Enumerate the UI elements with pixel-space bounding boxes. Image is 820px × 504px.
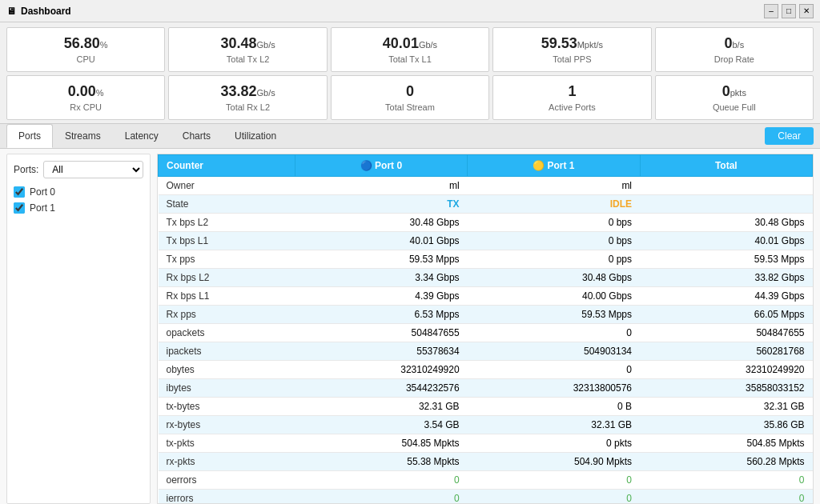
- app-icon: 🖥: [6, 6, 16, 17]
- counter-cell: rx-pkts: [159, 453, 295, 471]
- port0-cell: 55.38 Mpkts: [295, 453, 467, 471]
- metric-label: Total Stream: [385, 102, 435, 112]
- total-cell: 504.85 Mpkts: [640, 434, 812, 453]
- metric-card: 30.48Gb/s Total Tx L2: [168, 27, 327, 72]
- col-header-3: Total: [640, 155, 812, 177]
- metric-value: 0pkts: [722, 83, 746, 101]
- total-cell: 32.31 GB: [640, 398, 812, 416]
- counter-cell: Rx pps: [159, 306, 295, 324]
- metric-label: Drop Rate: [714, 54, 754, 64]
- tab-streams[interactable]: Streams: [53, 124, 113, 148]
- minimize-button[interactable]: –: [764, 4, 778, 18]
- port0-cell: 32.31 GB: [295, 398, 467, 416]
- table-row: opackets5048476550504847655: [159, 324, 813, 342]
- port1-cell: 0: [468, 471, 640, 490]
- clear-button[interactable]: Clear: [765, 127, 814, 145]
- table-row: obytes32310249920032310249920: [159, 361, 813, 379]
- metric-card: 1 Active Ports: [492, 75, 651, 120]
- counter-cell: oerrors: [159, 471, 295, 490]
- table-row: tx-pkts504.85 Mpkts0 pkts504.85 Mpkts: [159, 434, 813, 453]
- tab-ports[interactable]: Ports: [6, 124, 53, 148]
- total-cell: 66.05 Mpps: [640, 306, 812, 324]
- metric-label: Total Tx L2: [227, 54, 270, 64]
- port0-cell: 30.48 Gbps: [295, 214, 467, 232]
- ports-label: Ports:: [14, 164, 38, 175]
- total-cell: [640, 177, 812, 195]
- metric-value: 33.82Gb/s: [220, 83, 275, 101]
- port0-cell: TX: [295, 195, 467, 214]
- restore-button[interactable]: □: [782, 4, 796, 18]
- table-row: rx-pkts55.38 Mpkts504.90 Mpkts560.28 Mpk…: [159, 453, 813, 471]
- metric-value: 1: [568, 83, 576, 101]
- port0-cell: 3.54 GB: [295, 416, 467, 434]
- port-item-port0: Port 0: [14, 186, 143, 198]
- metric-card: 0pkts Queue Full: [655, 75, 814, 120]
- port0-cell: 0: [295, 471, 467, 490]
- counter-cell: obytes: [159, 361, 295, 379]
- counter-cell: rx-bytes: [159, 416, 295, 434]
- table-row: ipackets55378634504903134560281768: [159, 342, 813, 361]
- table-row: ierrors000: [159, 490, 813, 505]
- port1-cell: 0 bps: [468, 232, 640, 250]
- counter-cell: ibytes: [159, 379, 295, 398]
- metric-value: 30.48Gb/s: [220, 35, 275, 53]
- port1-cell: 0 bps: [468, 214, 640, 232]
- col-header-0: Counter: [159, 155, 295, 177]
- metric-card: 0 Total Stream: [331, 75, 489, 120]
- total-cell: 59.53 Mpps: [640, 250, 812, 269]
- metric-value: 0: [406, 83, 414, 101]
- port1-cell: ml: [468, 177, 640, 195]
- port1-cell: 32.31 GB: [468, 416, 640, 434]
- tabs-bar: PortsStreamsLatencyChartsUtilization Cle…: [0, 123, 820, 149]
- data-table-container: Counter🔵 Port 0🟡 Port 1Total OwnermlmlSt…: [157, 154, 814, 504]
- port-label-port1: Port 1: [30, 202, 55, 214]
- metric-value: 0.00%: [68, 83, 104, 101]
- col-header-2: 🟡 Port 1: [468, 155, 640, 177]
- total-cell: 30.48 Gbps: [640, 214, 812, 232]
- port-checkbox-port1[interactable]: [14, 202, 25, 214]
- port0-cell: 3544232576: [295, 379, 467, 398]
- total-cell: 0: [640, 490, 812, 505]
- table-row: Tx pps59.53 Mpps0 pps59.53 Mpps: [159, 250, 813, 269]
- counter-cell: Tx bps L1: [159, 232, 295, 250]
- port0-cell: 40.01 Gbps: [295, 232, 467, 250]
- total-cell: [640, 195, 812, 214]
- port1-cell: 0: [468, 324, 640, 342]
- metric-value: 56.80%: [64, 35, 108, 53]
- total-cell: 33.82 Gbps: [640, 269, 812, 287]
- port0-cell: 504.85 Mpkts: [295, 434, 467, 453]
- port-checkbox-port0[interactable]: [14, 186, 25, 198]
- port-label-port0: Port 0: [30, 186, 55, 198]
- port1-cell: 504.90 Mpkts: [468, 453, 640, 471]
- table-row: StateTXIDLE: [159, 195, 813, 214]
- counter-cell: Rx bps L2: [159, 269, 295, 287]
- total-cell: 0: [640, 471, 812, 490]
- total-cell: 560281768: [640, 342, 812, 361]
- metric-label: Queue Full: [713, 102, 756, 112]
- sidebar: Ports: All Port 0 Port 1: [6, 154, 151, 504]
- table-row: Rx pps6.53 Mpps59.53 Mpps66.05 Mpps: [159, 306, 813, 324]
- close-button[interactable]: ✕: [799, 4, 814, 18]
- table-row: rx-bytes3.54 GB32.31 GB35.86 GB: [159, 416, 813, 434]
- tab-latency[interactable]: Latency: [113, 124, 171, 148]
- tab-charts[interactable]: Charts: [171, 124, 223, 148]
- tab-utilization[interactable]: Utilization: [223, 124, 288, 148]
- metric-label: Active Ports: [549, 102, 596, 112]
- counter-cell: Tx pps: [159, 250, 295, 269]
- col-header-1: 🔵 Port 0: [295, 155, 467, 177]
- ports-select[interactable]: All: [43, 161, 143, 178]
- total-cell: 35858033152: [640, 379, 812, 398]
- port-item-port1: Port 1: [14, 202, 143, 214]
- metric-card: 56.80% CPU: [6, 27, 165, 72]
- total-cell: 560.28 Mpkts: [640, 453, 812, 471]
- port0-cell: ml: [295, 177, 467, 195]
- table-row: Tx bps L140.01 Gbps0 bps40.01 Gbps: [159, 232, 813, 250]
- metrics-row2: 0.00% Rx CPU 33.82Gb/s Total Rx L2 0 Tot…: [0, 75, 820, 123]
- total-cell: 32310249920: [640, 361, 812, 379]
- counter-cell: ipackets: [159, 342, 295, 361]
- port1-cell: 40.00 Gbps: [468, 287, 640, 306]
- data-table: Counter🔵 Port 0🟡 Port 1Total OwnermlmlSt…: [158, 154, 813, 504]
- table-row: ibytes35442325763231380057635858033152: [159, 379, 813, 398]
- counter-cell: opackets: [159, 324, 295, 342]
- counter-cell: Rx bps L1: [159, 287, 295, 306]
